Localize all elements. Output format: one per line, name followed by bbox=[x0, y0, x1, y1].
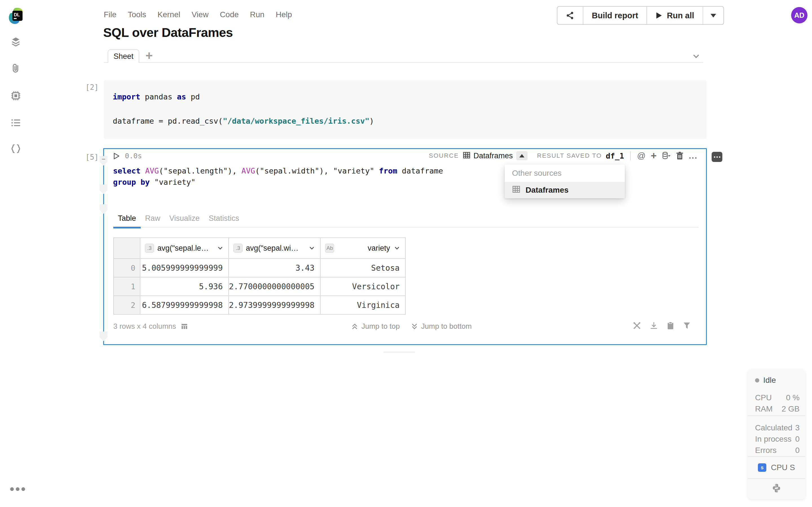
cell-value: Setosa bbox=[320, 259, 405, 277]
delete-cell-trash-icon[interactable] bbox=[676, 152, 684, 160]
text-type-badge: Ab bbox=[325, 244, 334, 252]
cell5-sql-editor[interactable]: select AVG("sepal.length"), AVG("sepal.w… bbox=[113, 165, 443, 188]
variables-braces-icon[interactable] bbox=[10, 143, 21, 154]
dropdown-item-dataframes[interactable]: Dataframes bbox=[505, 182, 625, 198]
menu-kernel[interactable]: Kernel bbox=[158, 10, 181, 19]
layers-icon[interactable] bbox=[10, 36, 21, 47]
outline-list-icon[interactable] bbox=[10, 117, 21, 128]
kernel-status-panel: Idle CPU0 % RAM2 GB Calculated3 In proce… bbox=[748, 370, 805, 499]
cell2-code[interactable]: import pandas as pd dataframe = pd.read_… bbox=[113, 91, 374, 127]
sheet-tab[interactable]: Sheet bbox=[108, 49, 139, 63]
share-button[interactable] bbox=[557, 7, 583, 24]
cell-value: Versicolor bbox=[320, 277, 405, 296]
cell-value: Virginica bbox=[320, 296, 405, 314]
menu-file[interactable]: File bbox=[104, 10, 116, 19]
row-index: 1 bbox=[114, 277, 140, 296]
column-menu-chevron-icon[interactable] bbox=[393, 244, 401, 252]
result-saved-label: RESULT SAVED TO bbox=[537, 152, 602, 159]
toolbar-divider bbox=[630, 151, 631, 160]
column-label: avg("sepal.le… bbox=[157, 244, 209, 252]
source-dropdown-toggle[interactable] bbox=[516, 151, 527, 160]
left-sidebar: DL bbox=[0, 0, 31, 507]
output-tab-raw[interactable]: Raw bbox=[141, 214, 165, 228]
run-cell-button[interactable] bbox=[113, 152, 120, 160]
table-row[interactable]: 0 5.005999999999999 3.43 Setosa bbox=[114, 259, 405, 277]
jump-to-bottom-button[interactable]: Jump to bottom bbox=[411, 322, 472, 331]
cell-value: 6.587999999999998 bbox=[140, 296, 229, 314]
sheets-chevron-down-icon[interactable] bbox=[691, 52, 701, 62]
python-kernel-icon[interactable] bbox=[748, 479, 805, 497]
table-tools-icon[interactable] bbox=[633, 321, 641, 330]
cell-drag-handle[interactable] bbox=[100, 204, 107, 214]
dataframe-grid-icon bbox=[463, 151, 470, 160]
result-saved-group: RESULT SAVED TO df_1 bbox=[537, 152, 624, 160]
run-all-button[interactable]: Run all bbox=[647, 7, 703, 24]
jump-to-top-label: Jump to top bbox=[361, 322, 400, 331]
cell5-execution-count: [5] bbox=[86, 153, 99, 161]
table-row[interactable]: 2 6.587999999999998 2.9739999999999998 V… bbox=[114, 296, 405, 314]
cell-more-options-icon[interactable]: ... bbox=[689, 151, 698, 161]
machine-section[interactable]: s CPU S bbox=[748, 457, 805, 479]
comment-bubble-icon[interactable] bbox=[712, 152, 722, 162]
status-dot-icon bbox=[755, 378, 759, 383]
decimal-type-badge: .3 bbox=[145, 244, 154, 252]
output-tab-statistics[interactable]: Statistics bbox=[204, 214, 244, 228]
in-process-value: 0 bbox=[795, 434, 800, 445]
in-process-label: In process bbox=[755, 434, 792, 445]
ram-label: RAM bbox=[755, 403, 772, 414]
column-header-avg-sepal-length[interactable]: .3 avg("sepal.le… bbox=[140, 238, 229, 259]
column-menu-chevron-icon[interactable] bbox=[216, 244, 224, 252]
source-value[interactable]: Dataframes bbox=[473, 152, 513, 160]
add-cell-divider[interactable] bbox=[384, 352, 415, 352]
column-menu-chevron-icon[interactable] bbox=[308, 244, 315, 252]
table-row[interactable]: 1 5.936 2.7700000000000005 Versicolor bbox=[114, 277, 405, 296]
attachments-icon[interactable] bbox=[10, 63, 21, 74]
column-header-variety[interactable]: Ab variety bbox=[320, 238, 405, 259]
copy-clipboard-icon[interactable] bbox=[666, 321, 674, 330]
cell-value: 5.936 bbox=[140, 277, 229, 296]
code-line: import pandas as pd bbox=[113, 91, 374, 103]
sql-cell-5[interactable]: − 0.0s SOURCE Dataframes RESULT SAVED TO… bbox=[103, 148, 707, 345]
columns-settings-icon[interactable] bbox=[181, 323, 188, 330]
menu-help[interactable]: Help bbox=[276, 10, 292, 19]
result-variable[interactable]: df_1 bbox=[606, 152, 624, 160]
run-options-caret-button[interactable] bbox=[703, 7, 723, 24]
cell-drag-handle[interactable] bbox=[100, 332, 107, 341]
cell-value: 5.005999999999999 bbox=[140, 259, 229, 277]
index-column-header bbox=[114, 238, 140, 259]
build-report-button[interactable]: Build report bbox=[583, 7, 647, 24]
code-line: dataframe = pd.read_csv("/data/workspace… bbox=[113, 115, 374, 127]
output-tabbar-baseline bbox=[113, 227, 699, 228]
menu-view[interactable]: View bbox=[192, 10, 208, 19]
sidebar-more-icon[interactable] bbox=[10, 487, 25, 491]
add-sheet-button[interactable]: + bbox=[146, 49, 153, 63]
export-download-icon[interactable] bbox=[650, 321, 658, 330]
column-label: variety bbox=[368, 244, 390, 252]
add-cell-icon[interactable]: + bbox=[651, 150, 657, 162]
menu-tools[interactable]: Tools bbox=[128, 10, 146, 19]
tabbar-baseline bbox=[104, 62, 703, 63]
user-avatar[interactable]: AD bbox=[791, 7, 808, 23]
output-tab-table[interactable]: Table bbox=[113, 214, 141, 228]
caret-up-icon bbox=[519, 154, 524, 158]
notebook-title[interactable]: SQL over DataFrames bbox=[103, 25, 233, 40]
column-header-avg-sepal-width[interactable]: .3 avg("sepal.wi… bbox=[229, 238, 320, 259]
cell5-toolbar-right: SOURCE Dataframes RESULT SAVED TO df_1 @… bbox=[429, 150, 698, 162]
output-tab-visualize[interactable]: Visualize bbox=[165, 214, 204, 228]
datalore-notebook: { "menu": { "items": ["File", "Tools", "… bbox=[0, 0, 812, 507]
filter-funnel-icon[interactable] bbox=[683, 321, 691, 330]
menu-bar: File Tools Kernel View Code Run Help bbox=[104, 10, 292, 19]
errors-label: Errors bbox=[755, 445, 776, 456]
menu-run[interactable]: Run bbox=[250, 10, 264, 19]
datalore-logo[interactable]: DL bbox=[7, 7, 24, 25]
dropdown-item-label: Dataframes bbox=[525, 186, 569, 194]
jump-to-top-button[interactable]: Jump to top bbox=[351, 322, 400, 331]
mention-icon[interactable]: @ bbox=[637, 151, 645, 161]
menu-code[interactable]: Code bbox=[220, 10, 239, 19]
code-cell-2[interactable]: import pandas as pd dataframe = pd.read_… bbox=[104, 80, 707, 139]
environment-chip-icon[interactable] bbox=[10, 90, 21, 101]
database-source-icon[interactable] bbox=[662, 152, 671, 160]
cell-drag-handle[interactable] bbox=[100, 184, 107, 194]
calculated-label: Calculated bbox=[755, 422, 792, 434]
row-index: 2 bbox=[114, 296, 140, 314]
